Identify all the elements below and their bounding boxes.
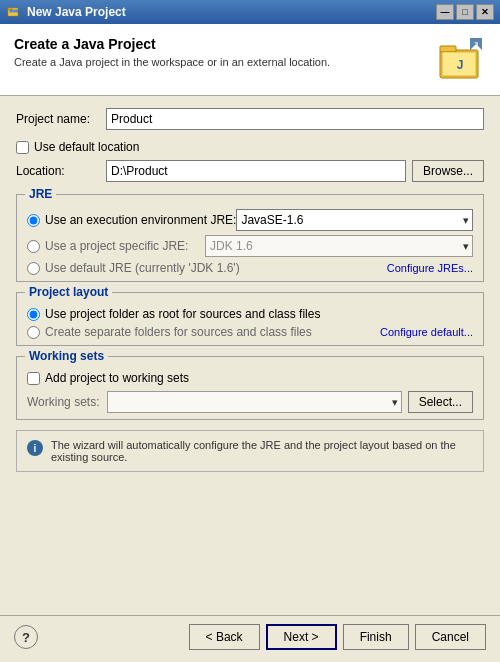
add-to-working-sets-row: Add project to working sets [27,371,473,385]
layout-option1-row: Use project folder as root for sources a… [27,307,473,321]
jre-option1-dropdown[interactable]: JavaSE-1.6 [236,209,473,231]
location-label: Location: [16,164,106,178]
close-button[interactable]: ✕ [476,4,494,20]
working-sets-dropdown[interactable] [107,391,402,413]
use-default-location-checkbox[interactable] [16,141,29,154]
help-button[interactable]: ? [14,625,38,649]
dialog-header: Create a Java Project Create a Java proj… [0,24,500,96]
jre-option2-dropdown[interactable]: JDK 1.6 [205,235,473,257]
svg-rect-4 [440,46,456,52]
add-to-working-sets-checkbox[interactable] [27,372,40,385]
info-icon: i [27,440,43,456]
working-sets-section-title: Working sets [25,349,108,363]
svg-rect-1 [8,8,12,10]
svg-text:J: J [457,58,464,72]
layout-option2-radio[interactable] [27,326,40,339]
info-box: i The wizard will automatically configur… [16,430,484,472]
jre-option3-row: Use default JRE (currently 'JDK 1.6') Co… [27,261,473,275]
working-sets-section: Working sets Add project to working sets… [16,356,484,420]
jre-option2-dropdown-wrapper[interactable]: JDK 1.6 [205,235,473,257]
layout-option2-row: Create separate folders for sources and … [27,325,473,339]
browse-button[interactable]: Browse... [412,160,484,182]
dialog-subtitle: Create a Java project in the workspace o… [14,56,428,68]
project-name-label: Project name: [16,112,106,126]
dialog-header-icon: J [438,36,486,84]
jre-option1-row: Use an execution environment JRE: JavaSE… [27,209,473,231]
project-name-row: Project name: [16,108,484,130]
window-icon [6,4,22,20]
project-layout-section-title: Project layout [25,285,112,299]
window-title: New Java Project [27,5,436,19]
select-working-sets-button[interactable]: Select... [408,391,473,413]
dialog: Create a Java Project Create a Java proj… [0,24,500,662]
jre-section-title: JRE [25,187,56,201]
info-message: The wizard will automatically configure … [51,439,473,463]
location-input[interactable] [106,160,406,182]
jre-option3-radio[interactable] [27,262,40,275]
configure-default-link[interactable]: Configure default... [380,326,473,338]
window-controls[interactable]: — □ ✕ [436,4,494,20]
title-bar: New Java Project — □ ✕ [0,0,500,24]
jre-option1-radio[interactable] [27,214,40,227]
use-default-location-label[interactable]: Use default location [34,140,139,154]
use-default-location-row: Use default location [16,140,484,154]
working-sets-row: Working sets: Select... [27,391,473,413]
cancel-button[interactable]: Cancel [415,624,486,650]
layout-option1-label[interactable]: Use project folder as root for sources a… [45,307,473,321]
configure-jres-link[interactable]: Configure JREs... [387,262,473,274]
jre-option2-row: Use a project specific JRE: JDK 1.6 [27,235,473,257]
dialog-footer: ? < Back Next > Finish Cancel [0,615,500,662]
back-button[interactable]: < Back [189,624,260,650]
maximize-button[interactable]: □ [456,4,474,20]
next-button[interactable]: Next > [266,624,337,650]
layout-option2-label[interactable]: Create separate folders for sources and … [45,325,380,339]
dialog-title: Create a Java Project [14,36,428,52]
working-sets-label: Working sets: [27,395,107,409]
finish-button[interactable]: Finish [343,624,409,650]
jre-option1-dropdown-wrapper[interactable]: JavaSE-1.6 [236,209,473,231]
minimize-button[interactable]: — [436,4,454,20]
location-row: Location: Browse... [16,160,484,182]
jre-option2-label[interactable]: Use a project specific JRE: [45,239,205,253]
jre-option2-radio[interactable] [27,240,40,253]
layout-option1-radio[interactable] [27,308,40,321]
add-to-working-sets-label[interactable]: Add project to working sets [45,371,189,385]
working-sets-dropdown-wrapper[interactable] [107,391,402,413]
project-layout-section: Project layout Use project folder as roo… [16,292,484,346]
dialog-content: Project name: Use default location Locat… [0,96,500,615]
jre-section: JRE Use an execution environment JRE: Ja… [16,194,484,282]
jre-option3-label[interactable]: Use default JRE (currently 'JDK 1.6') [45,261,240,275]
svg-rect-2 [10,10,18,12]
jre-option1-label[interactable]: Use an execution environment JRE: [45,213,236,227]
project-name-input[interactable] [106,108,484,130]
